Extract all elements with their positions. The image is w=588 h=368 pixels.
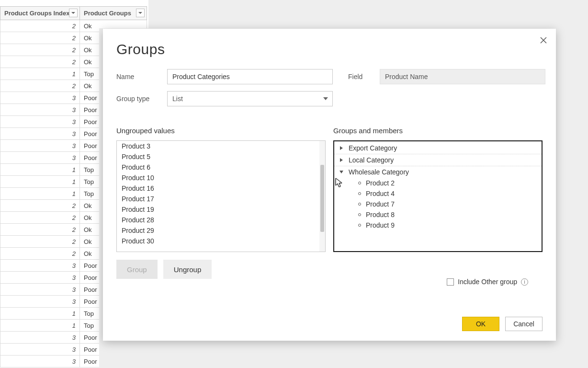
list-item[interactable]: Product 19: [117, 204, 319, 215]
group-member[interactable]: Product 9: [334, 220, 542, 230]
ungrouped-title: Ungrouped values: [116, 126, 326, 135]
cell-index: 2: [0, 224, 80, 236]
list-item[interactable]: Product 3: [117, 141, 319, 151]
group-item[interactable]: Wholesale Category: [334, 166, 542, 178]
bullet-icon: [358, 213, 361, 216]
cell-index: 2: [0, 20, 80, 32]
list-item[interactable]: Product 16: [117, 183, 319, 194]
caret-right-icon: [339, 156, 344, 164]
group-item-label: Local Category: [349, 156, 394, 164]
ungrouped-listbox[interactable]: Product 3Product 5Product 6Product 10Pro…: [116, 140, 326, 252]
col-header-dropdown-icon[interactable]: [69, 9, 78, 17]
list-item[interactable]: Product 30: [117, 236, 319, 246]
col-header-dropdown-icon[interactable]: [136, 9, 145, 17]
dialog-title: Groups: [116, 41, 543, 58]
name-label: Name: [116, 73, 159, 80]
group-item-label: Export Category: [349, 144, 397, 152]
bullet-icon: [358, 224, 361, 227]
include-other-checkbox[interactable]: [447, 278, 454, 286]
group-type-label: Group type: [116, 95, 159, 103]
field-readonly: Product Name: [380, 69, 545, 84]
include-other-label: Include Other group: [458, 278, 517, 286]
col-header-groups-label: Product Groups: [84, 10, 131, 17]
groups-tree[interactable]: Export CategoryLocal CategoryWholesale C…: [333, 140, 543, 252]
ungroup-button[interactable]: Ungroup: [163, 260, 212, 279]
scrollbar[interactable]: [319, 141, 325, 252]
bullet-icon: [358, 182, 361, 184]
cell-index: 3: [0, 332, 80, 344]
cell-index: 1: [0, 68, 80, 80]
ok-button[interactable]: OK: [462, 317, 499, 331]
cell-index: 3: [0, 152, 80, 164]
scrollbar-thumb[interactable]: [320, 165, 324, 232]
group-member[interactable]: Product 8: [334, 209, 542, 220]
list-item[interactable]: Product 17: [117, 194, 319, 204]
cell-index: 3: [0, 356, 80, 368]
col-header-groups[interactable]: Product Groups: [80, 7, 147, 20]
cell-index: 1: [0, 176, 80, 188]
cell-index: 2: [0, 80, 80, 92]
cell-index: 3: [0, 140, 80, 152]
groups-title: Groups and members: [333, 126, 543, 135]
cell-index: 2: [0, 44, 80, 56]
list-item[interactable]: Product 5: [117, 151, 319, 162]
cell-index: 2: [0, 236, 80, 248]
field-label: Field: [340, 73, 372, 80]
cell-index: 1: [0, 188, 80, 200]
group-member-label: Product 7: [366, 200, 395, 208]
list-item[interactable]: Product 6: [117, 162, 319, 172]
group-member[interactable]: Product 7: [334, 199, 542, 209]
caret-down-icon: [339, 168, 344, 176]
name-input[interactable]: [167, 69, 333, 84]
cell-index: 3: [0, 116, 80, 128]
group-member-label: Product 8: [366, 211, 395, 218]
cell-index: 2: [0, 212, 80, 224]
cell-index: 3: [0, 296, 80, 308]
cell-index: 1: [0, 308, 80, 320]
cell-index: 1: [0, 320, 80, 332]
bullet-icon: [358, 192, 361, 195]
cell-index: 3: [0, 128, 80, 140]
cell-index: 3: [0, 272, 80, 284]
chevron-down-icon: [322, 95, 329, 104]
cancel-button[interactable]: Cancel: [505, 317, 543, 331]
group-member[interactable]: Product 2: [334, 178, 542, 188]
groups-dialog: Groups Name Field Product Name Group typ…: [103, 29, 556, 341]
group-item[interactable]: Local Category: [334, 154, 542, 166]
bullet-icon: [358, 203, 361, 206]
cell-index: 3: [0, 284, 80, 296]
group-item[interactable]: Export Category: [334, 142, 542, 154]
cell-index: 2: [0, 32, 80, 44]
cell-index: 2: [0, 200, 80, 212]
group-member[interactable]: Product 4: [334, 188, 542, 199]
cell-index: 3: [0, 260, 80, 272]
cell-index: 2: [0, 248, 80, 260]
group-type-value: List: [172, 95, 183, 103]
caret-right-icon: [339, 144, 344, 152]
cell-index: 3: [0, 344, 80, 356]
group-type-select[interactable]: List: [167, 91, 333, 106]
cell-index: 1: [0, 164, 80, 176]
col-header-index-label: Product Groups Index: [4, 10, 70, 17]
info-icon[interactable]: i: [521, 278, 528, 286]
group-button[interactable]: Group: [116, 260, 158, 279]
cell-index: 3: [0, 104, 80, 116]
col-header-index[interactable]: Product Groups Index: [0, 7, 80, 20]
cell-index: 3: [0, 92, 80, 104]
list-item[interactable]: Product 29: [117, 225, 319, 236]
list-item[interactable]: Product 28: [117, 215, 319, 225]
group-item-label: Wholesale Category: [349, 168, 409, 176]
cell-index: 2: [0, 56, 80, 68]
group-member-label: Product 9: [366, 221, 395, 229]
group-member-label: Product 2: [366, 179, 395, 187]
group-member-label: Product 4: [366, 190, 395, 197]
list-item[interactable]: Product 10: [117, 172, 319, 183]
